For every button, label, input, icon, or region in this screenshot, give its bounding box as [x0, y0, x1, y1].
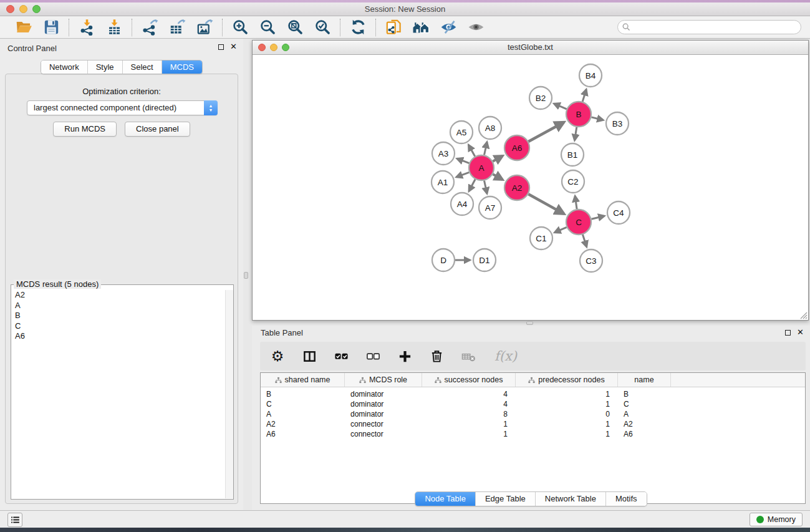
tab-mcds[interactable]: MCDS: [162, 60, 202, 74]
open-session-file-icon[interactable]: [382, 18, 405, 37]
graph-node-label: A8: [485, 123, 496, 133]
graph-edge-A-A6[interactable]: [493, 156, 503, 162]
table-row[interactable]: Adominator80A: [261, 409, 805, 419]
graph-node-label: D1: [479, 256, 489, 265]
tab-style[interactable]: Style: [88, 60, 123, 74]
table-toolbar: ⚙f(x): [260, 342, 806, 370]
graph-edge-A-A5[interactable]: [468, 145, 475, 156]
search-input[interactable]: [617, 20, 801, 34]
vertical-splitter-handle[interactable]: [244, 272, 248, 279]
result-scrollbar[interactable]: [225, 290, 233, 498]
home-view-icon[interactable]: [410, 18, 432, 37]
export-network-icon[interactable]: [138, 18, 161, 37]
graph-edge-A2-C[interactable]: [528, 194, 564, 214]
graph-edge-B-B2[interactable]: [554, 104, 566, 109]
column-header-shared-name[interactable]: shared name: [261, 373, 345, 387]
result-item[interactable]: A6: [12, 331, 224, 342]
graph-edge-B-B4[interactable]: [582, 89, 586, 102]
tab-select[interactable]: Select: [123, 60, 162, 74]
column-label: MCDS role: [369, 375, 407, 384]
column-header-MCDS-role[interactable]: MCDS role: [345, 373, 422, 387]
float-table-panel-icon[interactable]: [785, 330, 791, 336]
table-row[interactable]: Cdominator41C: [261, 399, 805, 409]
result-item[interactable]: A2: [12, 290, 224, 301]
network-canvas-svg[interactable]: B4B2BB3A5A8A6A3B1AA1C2A2A4A7C4CC1C3DD1: [253, 55, 808, 320]
open-session-icon[interactable]: [12, 18, 35, 37]
table-tab-node-table[interactable]: Node Table: [415, 492, 476, 506]
import-network-icon[interactable]: [75, 18, 98, 37]
memory-label: Memory: [768, 515, 796, 524]
mcds-result-list[interactable]: A2ABCA6: [12, 290, 224, 498]
close-table-panel-icon[interactable]: ✕: [797, 329, 804, 336]
table-cell: A2: [618, 420, 671, 428]
horizontal-splitter-handle[interactable]: [526, 321, 533, 325]
result-item[interactable]: A: [12, 301, 224, 311]
graph-edge-A-A8[interactable]: [485, 142, 488, 155]
control-panel: Control Panel ✕ NetworkStyleSelectMCDS O…: [0, 39, 243, 510]
table-row[interactable]: A6connector11A6: [261, 429, 805, 439]
zoom-selected-icon[interactable]: [311, 18, 334, 37]
main-titlebar: Session: New Session: [0, 2, 810, 16]
delete-column-icon[interactable]: [429, 349, 444, 364]
add-column-icon[interactable]: [397, 349, 412, 364]
graph-edge-A-A3[interactable]: [457, 158, 470, 163]
show-eye-icon[interactable]: [465, 18, 487, 37]
export-image-icon[interactable]: [193, 18, 216, 37]
table-tab-edge-table[interactable]: Edge Table: [476, 492, 536, 506]
result-item[interactable]: B: [12, 311, 224, 321]
graph-node-label: B4: [586, 71, 596, 80]
table-row[interactable]: Bdominator41B: [261, 389, 805, 399]
import-table-icon[interactable]: [103, 18, 125, 37]
run-mcds-button[interactable]: Run MCDS: [53, 122, 117, 137]
criterion-dropdown[interactable]: largest connected component (directed) ▲…: [27, 100, 218, 115]
network-minimize-button[interactable]: [270, 44, 277, 51]
graph-edge-A-A1[interactable]: [456, 172, 470, 177]
column-header-name[interactable]: name: [618, 373, 671, 387]
float-panel-icon[interactable]: [218, 44, 224, 50]
deselect-all-icon[interactable]: [365, 349, 380, 364]
column-header-predecessor-nodes[interactable]: predecessor nodes: [516, 373, 618, 387]
zoom-window-button[interactable]: [32, 5, 41, 13]
gear-icon[interactable]: ⚙: [270, 349, 285, 364]
table-tab-motifs[interactable]: Motifs: [606, 492, 647, 506]
window-resize-grip[interactable]: [799, 311, 808, 319]
graph-edge-A-A4[interactable]: [469, 180, 475, 191]
graph-edge-A-A7[interactable]: [485, 181, 488, 194]
desktop-wallpaper-bottom: [0, 528, 810, 532]
select-all-icon[interactable]: [334, 349, 349, 364]
graph-node-label: C1: [536, 234, 546, 243]
graph-edge-A6-B[interactable]: [528, 122, 564, 142]
task-history-button[interactable]: [7, 513, 22, 527]
hide-panel-icon[interactable]: [437, 18, 460, 37]
graph-edge-B-B1[interactable]: [575, 127, 577, 140]
network-zoom-button[interactable]: [282, 44, 289, 51]
close-panel-button[interactable]: Close panel: [125, 122, 190, 137]
export-table-icon[interactable]: [166, 18, 188, 37]
columns-icon[interactable]: [302, 349, 317, 364]
minimize-window-button[interactable]: [19, 5, 27, 13]
table-cell: connector: [345, 420, 422, 428]
graph-edge-C-C2[interactable]: [575, 196, 577, 209]
close-panel-icon[interactable]: ✕: [230, 44, 237, 50]
graph-edge-C-C3[interactable]: [582, 235, 586, 247]
result-item[interactable]: C: [12, 321, 224, 332]
close-window-button[interactable]: [6, 5, 14, 13]
graph-node-label: D: [440, 256, 446, 265]
graph-edge-B-B3[interactable]: [591, 117, 603, 120]
save-session-icon[interactable]: [40, 18, 62, 37]
table-row[interactable]: A2connector11A2: [261, 419, 805, 429]
table-cell: 4: [422, 390, 516, 399]
memory-button[interactable]: Memory: [750, 513, 803, 526]
table-tab-network-table[interactable]: Network Table: [536, 492, 606, 506]
column-header-successor-nodes[interactable]: successor nodes: [422, 373, 516, 387]
zoom-fit-icon[interactable]: [284, 18, 306, 37]
refresh-layout-icon[interactable]: [347, 18, 369, 37]
zoom-in-icon[interactable]: [229, 18, 251, 37]
graph-edge-C-C1[interactable]: [554, 227, 566, 232]
graph-edge-A-A2[interactable]: [493, 174, 503, 180]
graph-edge-C-C4[interactable]: [591, 216, 604, 219]
tab-network[interactable]: Network: [41, 60, 88, 74]
network-close-button[interactable]: [258, 44, 266, 51]
column-tree-icon: [275, 377, 282, 384]
zoom-out-icon[interactable]: [256, 18, 279, 37]
